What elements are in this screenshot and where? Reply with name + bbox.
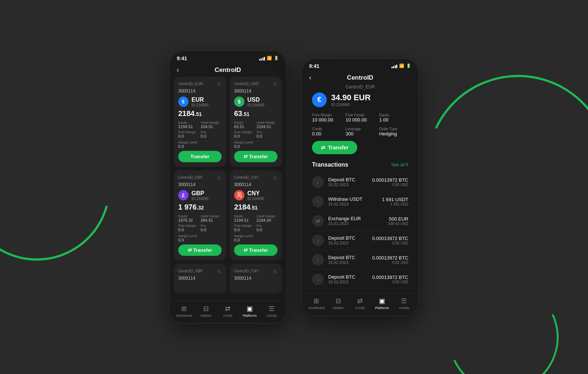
transfer-btn-usd[interactable]: ⇄ Transfer	[234, 151, 277, 162]
transfer-btn-gbp[interactable]: ⇄ Transfer	[178, 244, 222, 256]
wallets-icon-2: ⊟	[336, 297, 341, 305]
currency-badge-cny: 元	[234, 190, 244, 200]
platforms-label-2: Platforms	[375, 306, 389, 310]
dashboard-label-1: Dashboard	[176, 314, 192, 317]
nav-platforms-1[interactable]: ▣ Platforms	[241, 305, 259, 317]
activity-label-2: Activity	[399, 306, 409, 310]
transfer-btn-cny[interactable]: ⇄ Transfer	[234, 244, 277, 256]
detail-hero: € 34.90 EUR ID:234940	[312, 92, 408, 107]
transfer-btn-detail[interactable]: ⇄ Transfer	[312, 141, 357, 154]
tx-icon-1: ↑	[312, 196, 324, 207]
bg-arc-right2	[433, 267, 574, 374]
star-icon-gbp2[interactable]: ☆	[217, 268, 222, 274]
star-icon-cny2[interactable]: ☆	[273, 268, 277, 274]
currency-badge-gbp: £	[178, 190, 189, 200]
currency-id-gbp: ID:234940	[191, 197, 208, 201]
card-account-name-usd: CentroID_USD	[234, 82, 259, 86]
nav-wallets-2[interactable]: ⊟ Wallets	[329, 297, 347, 310]
nav-funds-1[interactable]: ⇄ Funds	[219, 305, 237, 317]
dashboard-label-2: Dashboard	[308, 306, 325, 310]
nav-wallets-1[interactable]: ⊟ Wallets	[197, 305, 215, 317]
tx-icon-4: ↓	[312, 254, 324, 266]
activity-icon-1: ☰	[269, 305, 275, 313]
funds-icon-2: ⇄	[357, 297, 363, 305]
signal-bars-2	[391, 64, 398, 68]
currency-name-usd: USD	[247, 97, 264, 103]
nav-title-1: CentroID	[215, 66, 241, 74]
tx-item-0[interactable]: ↓ Deposit BTC 15.02.2023 0.00013972 BTC …	[312, 173, 408, 192]
nav-dashboard-2[interactable]: ⊞ Dashboard	[307, 297, 326, 310]
back-button-2[interactable]: ‹	[309, 74, 311, 81]
tx-item-1[interactable]: ↑ Withdraw USDT 15.02.2023 1 691 USDT 1 …	[312, 192, 408, 211]
transfer-btn-eur[interactable]: Transfer	[178, 151, 222, 162]
card-usd: CentroID_USD ☆ 3000114 $ USD ID:234940 6…	[230, 77, 282, 167]
tx-item-2[interactable]: ⇄ Exchange EUR 15.02.2023 500 EUR 530.42…	[312, 211, 408, 231]
star-icon-usd[interactable]: ☆	[273, 81, 277, 87]
card-gbp: CentroID_GBP ☆ 3000114 £ GBP ID:234940 1…	[174, 170, 226, 260]
amount-usd: 63.51	[234, 109, 277, 118]
nav-header-2: ‹ CentroID	[302, 71, 419, 84]
nav-funds-2[interactable]: ⇄ Funds	[351, 297, 369, 310]
star-icon-gbp[interactable]: ☆	[217, 175, 222, 181]
card-account-name-gbp: CentroID_GBP	[178, 175, 203, 179]
tx-icon-2: ⇄	[312, 215, 324, 227]
wallets-label-2: Wallets	[333, 306, 344, 310]
funds-label-1: Funds	[223, 314, 232, 317]
card-cny: CentroID_CNY ☆ 3000114 元 CNY ID:234940 2…	[230, 170, 282, 260]
amount-gbp: 1 976.32	[178, 203, 222, 211]
card-gbp-partial: CentroID_GBP ☆ 3000114	[174, 264, 226, 293]
bg-arc-left	[0, 87, 137, 287]
tx-icon-5: ↓	[312, 273, 324, 285]
bottom-nav-1: ⊞ Dashboard ⊟ Wallets ⇄ Funds ▣ Platform…	[169, 301, 286, 323]
currency-name-cny: CNY	[247, 190, 264, 197]
activity-icon-2: ☰	[401, 297, 407, 305]
currency-id-eur: ID:234940	[191, 103, 208, 107]
star-icon-cny[interactable]: ☆	[273, 175, 277, 181]
cards-grid-1: CentroID_EUR ☆ 3000114 € EUR ID:234940 2…	[174, 77, 282, 297]
back-button-1[interactable]: ‹	[177, 66, 179, 74]
bg-arc-right	[401, 49, 588, 284]
card-id-cny: 3000114	[234, 182, 277, 187]
nav-header-1: ‹ CentroID	[169, 63, 286, 77]
phone-1: 9:41 📶 🔋 ‹ CentroID	[169, 51, 287, 324]
card-account-name-eur: CentroID_EUR	[178, 82, 203, 86]
wallets-label-1: Wallets	[201, 314, 211, 317]
bottom-nav-2: ⊞ Dashboard ⊟ Wallets ⇄ Funds ▣ Platform…	[302, 293, 419, 316]
hero-amount: 34.90 EUR	[331, 93, 371, 102]
tx-icon-3: ↓	[312, 235, 324, 246]
currency-badge-eur: €	[178, 97, 189, 107]
tx-see-all[interactable]: See all 9	[391, 162, 408, 167]
nav-dashboard-1[interactable]: ⊞ Dashboard	[175, 305, 193, 317]
nav-activity-2[interactable]: ☰ Activity	[395, 297, 413, 310]
currency-name-gbp: GBP	[191, 190, 208, 197]
nav-platforms-2[interactable]: ▣ Platforms	[373, 297, 391, 310]
phones-container: 9:41 📶 🔋 ‹ CentroID	[169, 51, 419, 324]
amount-cny: 2184.51	[234, 203, 277, 211]
platforms-icon-1: ▣	[247, 305, 253, 313]
wifi-icon-2: 📶	[399, 63, 404, 68]
funds-label-2: Funds	[355, 306, 365, 310]
tx-item-5[interactable]: ↓ Deposit BTC 15.02.2023 0.00013972 BTC …	[312, 270, 408, 289]
nav-title-2: CentroID	[347, 74, 373, 81]
card-cny-partial: CentroID_CNY ☆ 3000114	[230, 264, 282, 293]
star-icon-eur[interactable]: ☆	[217, 81, 222, 87]
transfer-icon-lg: ⇄	[321, 145, 325, 150]
card-eur: CentroID_EUR ☆ 3000114 € EUR ID:234940 2…	[174, 77, 226, 167]
hero-id: ID:234940	[331, 102, 371, 107]
battery-icon-2: 🔋	[406, 63, 411, 68]
card-account-name-cny: CentroID_CNY	[234, 175, 259, 179]
platforms-icon-2: ▣	[379, 297, 385, 305]
nav-activity-1[interactable]: ☰ Activity	[262, 305, 281, 317]
hero-badge: €	[312, 92, 327, 107]
currency-id-cny: ID:234940	[247, 197, 264, 201]
status-time-1: 9:41	[177, 55, 187, 61]
transactions-section: Transactions See all 9 ↓ Deposit BTC 15.…	[312, 161, 408, 289]
tx-item-4[interactable]: ↓ Deposit BTC 15.02.2023 0.00013972 BTC …	[312, 250, 408, 270]
signal-bars-1	[259, 56, 265, 61]
status-time-2: 9:41	[309, 63, 319, 69]
tx-title: Transactions	[312, 161, 348, 168]
platforms-label-1: Platforms	[243, 314, 257, 317]
tx-icon-0: ↓	[312, 176, 324, 188]
phone2-content: € 34.90 EUR ID:234940 Free Margin 10 000…	[302, 92, 419, 293]
tx-item-3[interactable]: ↓ Deposit BTC 15.02.2023 0.00013972 BTC …	[312, 231, 408, 250]
